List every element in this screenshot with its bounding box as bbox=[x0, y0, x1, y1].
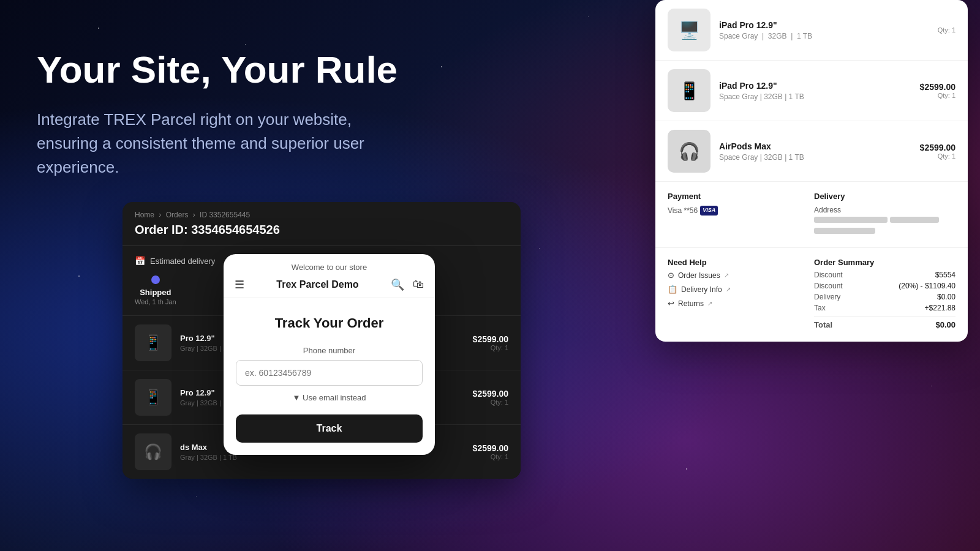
track-order-title: Track Your Order bbox=[236, 315, 423, 331]
summary-value-tax: +$221.88 bbox=[925, 304, 956, 312]
need-help-title: Need Help bbox=[668, 258, 809, 267]
shipped-date: Wed, 1 th Jan bbox=[135, 298, 176, 305]
order-summary-section: Order Summary Discount $5554 Discount (2… bbox=[814, 258, 956, 332]
price-amount-1: $2599.00 bbox=[920, 82, 956, 92]
mobile-nav: ☰ Trex Parcel Demo 🔍 🛍 bbox=[235, 278, 424, 291]
order-issues-icon: ⊙ bbox=[668, 271, 674, 280]
breadcrumb-sep1: › bbox=[159, 211, 163, 219]
phone-input[interactable] bbox=[236, 360, 423, 386]
visa-logo: VISA bbox=[700, 206, 718, 216]
price-qty-1: Qty: 1 bbox=[920, 92, 956, 99]
summary-value-discount2: (20%) - $1109.40 bbox=[899, 282, 956, 290]
status-dot-shipped bbox=[151, 276, 160, 284]
delivery-title: Delivery bbox=[814, 192, 956, 201]
dark-qty-0: Qty: 1 bbox=[473, 344, 508, 351]
cart-icon[interactable]: 🛍 bbox=[413, 278, 424, 291]
order-detail-card: 🖥️ iPad Pro 12.9" Space Gray | 32GB | 1 … bbox=[655, 0, 968, 342]
dark-price-0: $2599.00 Qty: 1 bbox=[473, 334, 508, 351]
summary-label-discount2: Discount bbox=[814, 282, 843, 290]
need-help-section: Need Help ⊙ Order Issues ↗ 📋 Delivery In… bbox=[668, 258, 809, 332]
summary-row-total: Total $0.00 bbox=[814, 316, 956, 329]
store-logo-text: Trex Parcel Demo bbox=[276, 279, 358, 290]
dark-price-1: $2599.00 Qty: 1 bbox=[473, 389, 508, 406]
product-name-1: iPad Pro 12.9" bbox=[719, 81, 911, 91]
delivery-info-text: Delivery Info bbox=[681, 285, 722, 294]
order-issues-arrow: ↗ bbox=[724, 272, 729, 279]
returns-icon: ↩ bbox=[668, 299, 674, 308]
price-qty-2: Qty: 1 bbox=[920, 152, 956, 160]
order-id-title: Order ID: 3354654654526 bbox=[135, 223, 508, 237]
product-info-0: iPad Pro 12.9" Space Gray | 32GB | 1 TB bbox=[719, 20, 929, 40]
product-name-0: iPad Pro 12.9" bbox=[719, 20, 929, 30]
order-product-list: 🖥️ iPad Pro 12.9" Space Gray | 32GB | 1 … bbox=[655, 0, 968, 182]
dark-amount-1: $2599.00 bbox=[473, 389, 508, 399]
delivery-info-link[interactable]: 📋 Delivery Info ↗ bbox=[668, 285, 809, 294]
payment-title: Payment bbox=[668, 192, 809, 201]
product-item-0: 🖥️ iPad Pro 12.9" Space Gray | 32GB | 1 … bbox=[655, 0, 968, 61]
product-price-0: Qty: 1 bbox=[938, 26, 956, 34]
shipping-card-header: Home › Orders › ID 3352655445 Order ID: … bbox=[123, 202, 521, 246]
hero-subtitle: Integrate TREX Parcel right on your webs… bbox=[37, 108, 404, 179]
status-shipped: Shipped Wed, 1 th Jan bbox=[135, 276, 176, 305]
breadcrumb-orders: Orders bbox=[166, 211, 189, 219]
search-icon[interactable]: 🔍 bbox=[391, 278, 404, 291]
product-item-1: 📱 iPad Pro 12.9" Space Gray | 32GB | 1 T… bbox=[655, 61, 968, 121]
hamburger-menu-icon[interactable]: ☰ bbox=[235, 278, 244, 291]
dark-amount-0: $2599.00 bbox=[473, 334, 508, 344]
dark-thumb-0: 📱 bbox=[135, 324, 172, 361]
product-thumb-0: 🖥️ bbox=[668, 9, 710, 51]
breadcrumb-home: Home bbox=[135, 211, 154, 219]
dark-thumb-2: 🎧 bbox=[135, 433, 172, 470]
hero-content: Your Site, Your Rule Integrate TREX Parc… bbox=[37, 49, 404, 179]
summary-label-delivery: Delivery bbox=[814, 293, 840, 301]
hero-title: Your Site, Your Rule bbox=[37, 49, 404, 91]
summary-row-tax: Tax +$221.88 bbox=[814, 304, 956, 312]
payment-value: Visa **56 VISA bbox=[668, 205, 718, 216]
product-price-2: $2599.00 Qty: 1 bbox=[920, 143, 956, 160]
product-info-2: AirPods Max Space Gray | 32GB | 1 TB bbox=[719, 141, 911, 162]
delivery-address-line1 bbox=[814, 217, 888, 223]
breadcrumb: Home › Orders › ID 3352655445 bbox=[135, 211, 508, 219]
delivery-address-label: Address bbox=[814, 204, 956, 216]
dark-thumb-1: 📱 bbox=[135, 379, 172, 416]
price-qty-0: Qty: 1 bbox=[938, 26, 956, 34]
calendar-icon: 📅 bbox=[135, 256, 145, 266]
phone-label: Phone number bbox=[236, 346, 423, 355]
summary-row-discount1: Discount $5554 bbox=[814, 271, 956, 279]
order-issues-text: Order Issues bbox=[678, 271, 720, 280]
delivery-info-icon: 📋 bbox=[668, 285, 677, 294]
product-name-2: AirPods Max bbox=[719, 141, 911, 151]
dark-amount-2: $2599.00 bbox=[473, 443, 508, 453]
summary-value-total: $0.00 bbox=[935, 320, 956, 329]
store-welcome-text: Welcome to our store bbox=[235, 263, 424, 272]
breadcrumb-id: ID 3352655445 bbox=[200, 211, 250, 219]
dark-qty-2: Qty: 1 bbox=[473, 453, 508, 460]
returns-link[interactable]: ↩ Returns ↗ bbox=[668, 299, 809, 308]
shipped-label: Shipped bbox=[135, 288, 176, 297]
dark-qty-1: Qty: 1 bbox=[473, 399, 508, 406]
product-info-1: iPad Pro 12.9" Space Gray | 32GB | 1 TB bbox=[719, 81, 911, 101]
delivery-address-line3 bbox=[814, 228, 875, 234]
track-button[interactable]: Track bbox=[236, 414, 423, 443]
product-specs-1: Space Gray | 32GB | 1 TB bbox=[719, 92, 911, 101]
help-summary-grid: Need Help ⊙ Order Issues ↗ 📋 Delivery In… bbox=[655, 248, 968, 342]
dark-price-2: $2599.00 Qty: 1 bbox=[473, 443, 508, 460]
payment-section: Payment Visa **56 VISA bbox=[668, 192, 809, 238]
order-issues-link[interactable]: ⊙ Order Issues ↗ bbox=[668, 271, 809, 280]
email-toggle[interactable]: ▼ Use email instead bbox=[236, 393, 423, 402]
summary-label-tax: Tax bbox=[814, 304, 826, 312]
mobile-store-card: Welcome to our store ☰ Trex Parcel Demo … bbox=[224, 254, 435, 455]
breadcrumb-sep2: › bbox=[193, 211, 197, 219]
summary-row-delivery: Delivery $0.00 bbox=[814, 293, 956, 301]
mobile-track-content: Track Your Order Phone number ▼ Use emai… bbox=[224, 298, 435, 455]
returns-text: Returns bbox=[678, 299, 704, 308]
product-thumb-1: 📱 bbox=[668, 69, 710, 112]
summary-label-discount1: Discount bbox=[814, 271, 843, 279]
product-specs-0: Space Gray | 32GB | 1 TB bbox=[719, 32, 929, 40]
visa-text: Visa **56 bbox=[668, 205, 698, 216]
payment-delivery-grid: Payment Visa **56 VISA Delivery Address bbox=[655, 182, 968, 248]
delivery-info-arrow: ↗ bbox=[726, 286, 731, 293]
delivery-section: Delivery Address bbox=[814, 192, 956, 238]
product-item-2: 🎧 AirPods Max Space Gray | 32GB | 1 TB $… bbox=[655, 121, 968, 182]
delivery-address-line2 bbox=[890, 217, 939, 223]
